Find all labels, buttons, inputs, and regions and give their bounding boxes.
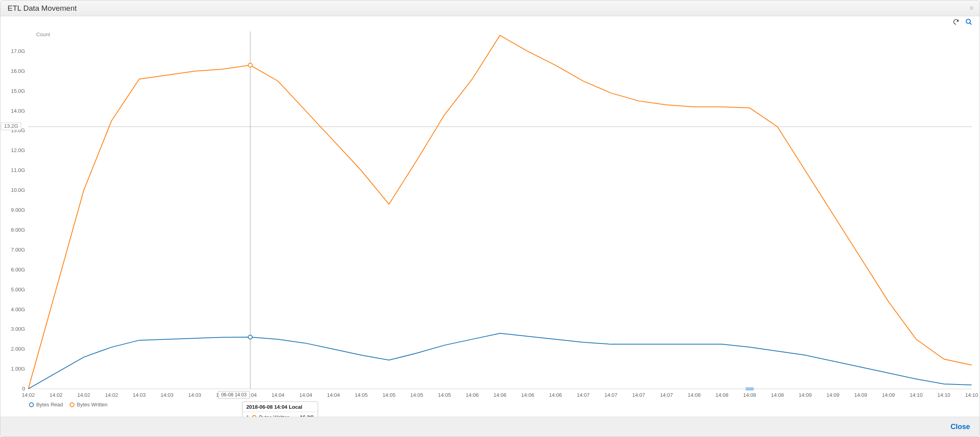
y-tick-label: 8.00G xyxy=(11,227,25,233)
y-tick-label: 5.00G xyxy=(11,287,25,293)
modal-footer: Close xyxy=(0,417,980,437)
y-tick-label: 15.0G xyxy=(11,88,25,94)
chart-area[interactable]: 01.00G2.00G3.00G4.00G5.00G6.00G7.00G8.00… xyxy=(0,27,980,417)
modal-title: ETL Data Movement xyxy=(8,4,77,13)
y-tick-label: 0 xyxy=(22,386,25,392)
x-tick-label: 14:08 xyxy=(771,392,784,398)
x-tick-label: 14:02 xyxy=(22,392,35,398)
y-tick-label: 17.0G xyxy=(11,48,25,54)
x-tick-label: 14:06 xyxy=(494,392,506,398)
series-line xyxy=(28,333,972,389)
x-tick-label: 14:02 xyxy=(105,392,118,398)
y-tick-label: 16.0G xyxy=(11,68,25,74)
x-tick-label: 14:08 xyxy=(743,392,756,398)
chart-toolbar xyxy=(0,16,980,27)
close-icon[interactable]: × xyxy=(969,4,974,13)
x-tick-label: 14:09 xyxy=(882,392,895,398)
y-tick-label: 14.0G xyxy=(11,108,25,114)
zoom-icon[interactable] xyxy=(965,18,972,25)
x-tick-label: 14:09 xyxy=(827,392,839,398)
svg-point-0 xyxy=(966,19,970,23)
y-tick-label: 6.00G xyxy=(11,267,25,273)
y-tick-label: 10.0G xyxy=(11,187,25,193)
x-tick-label: 14:07 xyxy=(604,392,617,398)
x-tick-label: 14:03 xyxy=(161,392,173,398)
y-tick-label: 9.00G xyxy=(11,207,25,213)
x-tick-label: 14:04 xyxy=(299,392,312,398)
y-tick-label: 2.00G xyxy=(11,346,25,352)
tooltip-row-value: 16.3G xyxy=(300,414,314,417)
x-tick-label: 14:08 xyxy=(715,392,728,398)
legend-swatch-written xyxy=(70,403,74,407)
y-tick-label: 1.00G xyxy=(11,366,25,372)
x-tick-label: 14:06 xyxy=(466,392,478,398)
modal-header: ETL Data Movement × xyxy=(0,0,980,16)
legend-label-written: Bytes Written xyxy=(77,402,108,408)
y-tick-label: 11.0G xyxy=(11,167,25,173)
close-button[interactable]: Close xyxy=(951,423,970,431)
y-tick-label: 7.00G xyxy=(11,247,25,253)
y-tick-label: 3.00G xyxy=(11,326,25,332)
legend-swatch-read xyxy=(29,403,33,407)
x-tick-label: 14:05 xyxy=(382,392,395,398)
x-tick-label: 14:05 xyxy=(410,392,423,398)
x-tick-label: 14:08 xyxy=(688,392,700,398)
tooltip-row-idx: 1. xyxy=(246,414,251,417)
x-tick-label: 14:02 xyxy=(49,392,62,398)
x-tick-label: 14:07 xyxy=(577,392,590,398)
tooltip-row-name: Bytes Written xyxy=(259,414,290,417)
legend-label-read: Bytes Read xyxy=(36,402,63,408)
x-tick-label: 14:06 xyxy=(521,392,534,398)
x-tick-label: 14:05 xyxy=(355,392,367,398)
hover-point xyxy=(248,63,252,67)
x-tick-label: 14:09 xyxy=(799,392,811,398)
tooltip-title: 2018-06-08 14:04 Local xyxy=(246,404,302,410)
y-tick-label: 12.0G xyxy=(11,147,25,153)
x-tick-label: 14:10 xyxy=(937,392,950,398)
x-tick-label: 14:04 xyxy=(327,392,340,398)
x-tick-label: 14:03 xyxy=(188,392,201,398)
x-tick-label: 14:07 xyxy=(660,392,673,398)
x-tick-label: 14:03 xyxy=(133,392,145,398)
reference-label: 13.2G xyxy=(4,123,18,129)
x-tick-label: 14:09 xyxy=(854,392,867,398)
y-axis-label: Count xyxy=(36,31,50,37)
x-tick-label: 14:10 xyxy=(909,392,922,398)
x-tick-label: 14:04 xyxy=(272,392,284,398)
hover-point xyxy=(248,335,252,339)
x-tick-label: 14:05 xyxy=(438,392,451,398)
series-line xyxy=(28,35,972,389)
x-tick-label: 14:02 xyxy=(77,392,90,398)
chart-svg: 01.00G2.00G3.00G4.00G5.00G6.00G7.00G8.00… xyxy=(0,27,980,417)
refresh-icon[interactable] xyxy=(953,18,960,25)
modal-dialog: ETL Data Movement × 01.00G2.00G3.00G4.00… xyxy=(0,0,980,437)
hover-date-label: 06-08 14:03 xyxy=(221,392,247,398)
tooltip-swatch-written xyxy=(252,416,256,417)
x-tick-label: 14:10 xyxy=(965,392,978,398)
x-tick-label: 14:06 xyxy=(549,392,562,398)
x-tick-label: 14:07 xyxy=(632,392,645,398)
svg-line-1 xyxy=(970,23,972,25)
x-selection-marker[interactable] xyxy=(746,387,754,390)
y-tick-label: 4.00G xyxy=(11,306,25,312)
